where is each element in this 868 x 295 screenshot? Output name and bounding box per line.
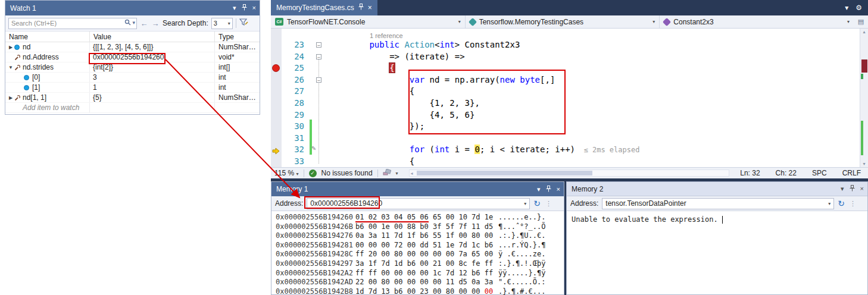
code-line[interactable]: }); <box>329 121 860 133</box>
expander-icon[interactable]: ▼ <box>7 65 14 70</box>
class-dropdown[interactable]: Tensorflow.MemoryTestingCases ▾ <box>466 15 660 28</box>
code-line[interactable]: for (int i = 0; i < iterate; i++) ≤ 2ms … <box>329 144 860 156</box>
watch-value[interactable]: {5} <box>90 93 215 102</box>
pin-icon[interactable] <box>358 4 364 12</box>
line-number: 32 <box>282 144 304 156</box>
watch-row[interactable]: ▶nd[1, 1]{5}NumShar… <box>5 93 260 103</box>
status-line: Ln: 32 <box>740 169 760 177</box>
toolbar-overflow-icon[interactable]: ⋮ <box>545 200 552 208</box>
tab-memorytestingcases[interactable]: MemoryTestingCases.cs × <box>271 0 377 15</box>
watch-row[interactable]: nd.Address0x000002556b194260void* <box>5 52 260 62</box>
search-depth-select[interactable]: 3 ▾ <box>211 18 233 29</box>
watch-add-row[interactable]: Add item to watch <box>5 103 260 113</box>
fold-collapse-icon[interactable]: – <box>316 42 321 48</box>
fold-collapse-icon[interactable]: – <box>316 77 321 83</box>
code-line[interactable]: {1, 2, 3}, <box>329 98 860 109</box>
horizontal-scrollbar[interactable]: ◂ <box>409 170 730 177</box>
split-window-icon[interactable]: ▤ <box>854 15 868 28</box>
memory-ascii: .}.¶.#.€... <box>498 287 545 295</box>
fold-collapse-icon[interactable]: – <box>316 54 321 59</box>
watch-value[interactable]: 0x000002556b194260 <box>90 52 215 62</box>
tab-label: MemoryTestingCases.cs <box>276 4 354 12</box>
window-position-icon[interactable]: ▾ <box>233 5 236 11</box>
memory2-message-area[interactable]: Unable to evaluate the expression. <box>567 211 867 228</box>
pin-icon[interactable] <box>850 185 855 193</box>
code-line[interactable]: public Action<int> Constant2x3 <box>329 39 860 51</box>
scroll-up-icon[interactable]: ▴ <box>860 29 868 34</box>
code-line[interactable]: {4, 5, 6} <box>329 109 860 121</box>
watch-row[interactable]: ▼nd.strides{int[2]}int[] <box>5 62 260 73</box>
window-position-icon[interactable]: ▾ <box>841 186 844 192</box>
watch-value[interactable]: {[[1, 2, 3], [4, 5, 6]]} <box>90 42 215 52</box>
scrollbar-thumb[interactable] <box>417 171 592 175</box>
memory-hex-bytes: ff ff 00 00 00 00 1c 7d 12 b6 ff <box>355 269 498 278</box>
memory-address: 0x000002556B1942A2 <box>276 269 355 278</box>
search-options-chevron-icon[interactable]: ▾ <box>132 20 135 26</box>
memory-row: 0x000002556B1942AD22 00 80 00 00 00 00 1… <box>276 278 564 287</box>
eraser-icon[interactable] <box>383 169 391 177</box>
watch-row[interactable]: ▶nd{[[1, 2, 3], [4, 5, 6]]}NumShar… <box>5 42 260 52</box>
watch-value[interactable]: 3 <box>90 73 215 82</box>
variable-icon <box>14 45 23 50</box>
close-icon[interactable]: × <box>860 186 864 192</box>
line-number: 23 <box>282 39 304 51</box>
memory-address: 0x000002556B19426B <box>276 222 355 232</box>
pin-icon[interactable] <box>242 4 247 12</box>
search-next-icon[interactable]: → <box>151 19 160 28</box>
memory1-address-input[interactable]: 0x000002556B194260 ▾ <box>307 198 530 209</box>
column-header-value[interactable]: Value <box>90 32 215 42</box>
code-line[interactable]: { <box>329 86 860 98</box>
search-icon[interactable] <box>124 19 131 27</box>
scroll-down-icon[interactable]: ▾ <box>860 161 868 167</box>
watch-name: nd.Address <box>23 53 59 61</box>
window-position-icon[interactable]: ▾ <box>537 186 541 193</box>
status-space-mode[interactable]: SPC <box>812 169 827 177</box>
watch-row[interactable]: [1]1int <box>5 83 260 93</box>
search-prev-icon[interactable]: ← <box>140 19 148 28</box>
zoom-select[interactable]: 115 % ▾ <box>274 169 299 177</box>
codelens-references[interactable]: 1 reference <box>370 30 403 42</box>
code-line[interactable]: var nd = np.array(new byte[,] <box>329 74 860 86</box>
close-icon[interactable]: × <box>252 5 256 11</box>
expander-icon[interactable]: ▶ <box>7 45 14 50</box>
breakpoint-margin[interactable] <box>271 29 282 167</box>
search-input[interactable] <box>8 18 137 29</box>
toolbar-overflow-icon[interactable]: ⋮ <box>850 200 856 208</box>
chevron-down-icon[interactable]: ▾ <box>396 171 398 176</box>
watch-value[interactable]: {int[2]} <box>90 62 215 72</box>
memory1-titlebar: Memory 1 ▾ × <box>271 182 564 196</box>
refresh-icon[interactable]: ↻ <box>533 199 541 208</box>
memory2-address-input[interactable]: tensor.TensorDataPointer ▾ <box>602 198 834 209</box>
column-header-type[interactable]: Type <box>215 32 260 42</box>
watch-row[interactable]: [0]3int <box>5 73 260 83</box>
watch-value[interactable]: 1 <box>90 83 215 92</box>
memory1-hex-dump[interactable]: 0x000002556B19426001 02 03 04 05 06 65 0… <box>271 211 564 295</box>
memory-hex-bytes: 1d 7d 13 b6 00 23 00 80 00 00 00 <box>355 287 498 295</box>
refresh-icon[interactable]: ↻ <box>838 199 845 208</box>
expander-icon[interactable]: ▶ <box>7 95 14 101</box>
code-line[interactable]: => (iterate) => <box>329 51 860 63</box>
code-line[interactable] <box>329 133 860 145</box>
vs-debug-workspace: Watch 1 ▾ × ▾ ← → Search Depth: 3 ▾ <box>0 0 868 295</box>
code-line[interactable]: { <box>329 62 860 74</box>
member-dropdown[interactable]: Constant2x3 ▾ <box>660 15 854 28</box>
close-icon[interactable]: × <box>368 4 372 12</box>
watch-value[interactable] <box>90 103 215 112</box>
vertical-scrollbar[interactable]: ▴ ▾ <box>860 29 868 167</box>
breakpoint-icon[interactable] <box>272 64 280 72</box>
gear-icon[interactable]: ⚙ <box>855 4 862 12</box>
code-text[interactable]: 1 reference public Action<int> Constant2… <box>324 29 860 167</box>
editor-panel: MemoryTestingCases.cs × ▾ ⚙ C# TensorFlo… <box>271 0 868 178</box>
column-header-name[interactable]: Name <box>5 32 90 42</box>
memory-hex-bytes: 00 00 00 72 00 dd 51 1e 7d 1c b6 <box>355 241 498 250</box>
status-eol-mode[interactable]: CRLF <box>842 169 861 177</box>
memory-row: 0x000002556B19428Cff 20 00 80 00 00 00 0… <box>276 250 564 259</box>
issues-status[interactable]: No issues found <box>321 169 373 177</box>
filter-icon[interactable] <box>239 18 248 28</box>
scroll-left-icon[interactable]: ◂ <box>411 171 413 176</box>
pin-icon[interactable] <box>546 186 551 193</box>
project-dropdown[interactable]: C# TensorFlowNET.Console ▾ <box>271 15 466 28</box>
window-list-chevron-icon[interactable]: ▾ <box>845 4 848 12</box>
code-line[interactable]: { <box>329 156 860 167</box>
close-icon[interactable]: × <box>557 186 560 193</box>
